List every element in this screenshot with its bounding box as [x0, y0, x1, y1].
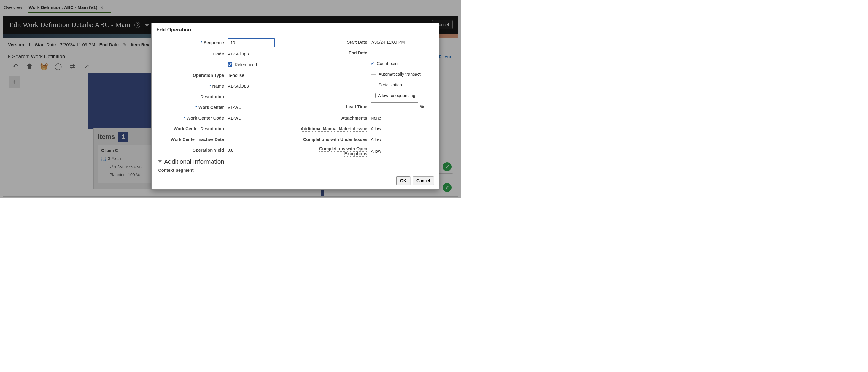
collapse-icon [158, 160, 162, 163]
count-point-label: Count point [377, 61, 399, 66]
compass-icon[interactable]: ◎ [9, 75, 21, 88]
item-planning: Planning: 100 % [110, 173, 151, 177]
work-center-value: V1-WC [227, 105, 242, 110]
work-center-desc-label: Work Center Description [156, 126, 227, 131]
tab-work-definition-label: Work Definition: ABC - Main (V1) [29, 5, 98, 10]
delete-icon[interactable]: 🗑 [26, 63, 33, 70]
item-qty: 3 Each [108, 156, 121, 161]
operation-yield-value: 0.8 [227, 148, 234, 153]
expand-fullscreen-icon[interactable]: ⤢ [83, 63, 91, 70]
page-title: Edit Work Definition Details: ABC - Main [9, 21, 130, 29]
disabled-checkbox-icon [371, 74, 376, 75]
additional-info-label: Additional Information [164, 158, 224, 165]
cancel-button[interactable]: Cancel [413, 176, 434, 185]
item-date: 7/30/24 9:35 PM - [110, 165, 151, 169]
cui-value: Allow [371, 137, 381, 142]
work-center-label: Work Center [156, 105, 227, 110]
lead-time-input[interactable] [371, 102, 418, 111]
check-circle-icon: ✓ [443, 162, 452, 171]
op-type-value: In-house [227, 73, 244, 78]
allow-resequencing-label: Allow resequencing [378, 93, 415, 98]
dialog-title: Edit Operation [156, 27, 434, 33]
context-segment-label: Context Segment [158, 167, 194, 173]
check-circle-icon: ✓ [443, 183, 452, 192]
modal-start-date-value: 7/30/24 11:09 PM [371, 40, 405, 44]
code-label: Code [156, 52, 227, 56]
work-center-code-value: V1-WC [227, 116, 242, 120]
coe-label: Completions with Open Exceptions [300, 146, 371, 157]
item-card[interactable]: C Item C ⬚ 3 Each 7/30/24 9:35 PM - Plan… [98, 145, 154, 183]
search-label: Search: Work Definition [12, 54, 65, 60]
sequence-label: Sequence [156, 40, 227, 45]
ok-button[interactable]: OK [396, 176, 410, 185]
tab-overview[interactable]: Overview [3, 3, 23, 13]
sequence-input[interactable] [227, 38, 275, 47]
dialog-right-column: Start Date 7/30/24 11:09 PM End Date ✓ C… [300, 38, 434, 173]
dialog-footer: OK Cancel [156, 176, 434, 185]
operation-yield-label: Operation Yield [156, 148, 227, 153]
edit-icon[interactable]: ✎ [123, 42, 127, 48]
undo-icon[interactable]: ↶ [11, 63, 19, 70]
items-count-badge: 1 [118, 132, 128, 142]
version-label: Version [8, 42, 24, 47]
ammi-label: Additional Manual Material Issue [300, 126, 371, 131]
basket-icon[interactable]: 🧺 [40, 63, 48, 70]
additional-info-header[interactable]: Additional Information [158, 158, 291, 165]
percent-label: % [420, 104, 424, 109]
referenced-checkbox[interactable] [227, 62, 232, 67]
items-title: Items 1 [98, 132, 154, 142]
item-name: C Item C [101, 148, 151, 153]
check-circle-icon[interactable]: ◯ [54, 63, 62, 70]
swap-icon[interactable]: ⇄ [68, 63, 76, 70]
expand-icon[interactable] [8, 55, 10, 58]
help-icon[interactable]: ? [134, 22, 140, 28]
edit-operation-dialog: Edit Operation Sequence Code V1-StdOp3 R… [151, 23, 439, 190]
modal-start-date-label: Start Date [300, 40, 371, 44]
ammi-value: Allow [371, 126, 381, 131]
dialog-left-column: Sequence Code V1-StdOp3 Referenced Opera… [156, 38, 291, 173]
lead-time-label: Lead Time [300, 104, 371, 109]
tabs-bar: Overview Work Definition: ABC - Main (V1… [0, 0, 461, 13]
end-date-label: End Date [99, 42, 119, 47]
items-panel: Items 1 C Item C ⬚ 3 Each 7/30/24 9:35 P… [93, 128, 159, 189]
work-center-inactive-label: Work Center Inactive Date [156, 137, 227, 142]
name-value: V1-StdOp3 [227, 84, 249, 88]
referenced-label: Referenced [235, 62, 257, 67]
check-icon: ✓ [371, 61, 374, 66]
code-value: V1-StdOp3 [227, 52, 249, 56]
operation-node[interactable] [88, 73, 159, 129]
cube-icon: ⬚ [101, 155, 106, 162]
op-type-label: Operation Type [156, 73, 227, 78]
work-center-code-label: Work Center Code [156, 116, 227, 120]
allow-resequencing-checkbox[interactable] [371, 93, 376, 98]
cui-label: Completions with Under Issues [300, 137, 371, 142]
start-date-value: 7/30/24 11:09 PM [60, 42, 95, 47]
description-label: Description [156, 94, 227, 99]
name-label: Name [156, 84, 227, 88]
auto-transact-label: Automatically transact [378, 72, 421, 76]
version-value: 1 [28, 42, 31, 47]
close-icon[interactable]: ✕ [100, 5, 103, 10]
tab-work-definition[interactable]: Work Definition: ABC - Main (V1) ✕ [28, 3, 104, 13]
coe-value: Allow [371, 149, 381, 154]
items-title-label: Items [98, 133, 115, 141]
start-date-label: Start Date [35, 42, 56, 47]
attachments-label: Attachments [300, 116, 371, 120]
serialization-label: Serialization [378, 83, 402, 87]
modal-end-date-label: End Date [300, 51, 371, 55]
disabled-checkbox-icon [371, 85, 376, 86]
star-icon[interactable]: ★ [145, 22, 149, 28]
attachments-value: None [371, 116, 381, 120]
